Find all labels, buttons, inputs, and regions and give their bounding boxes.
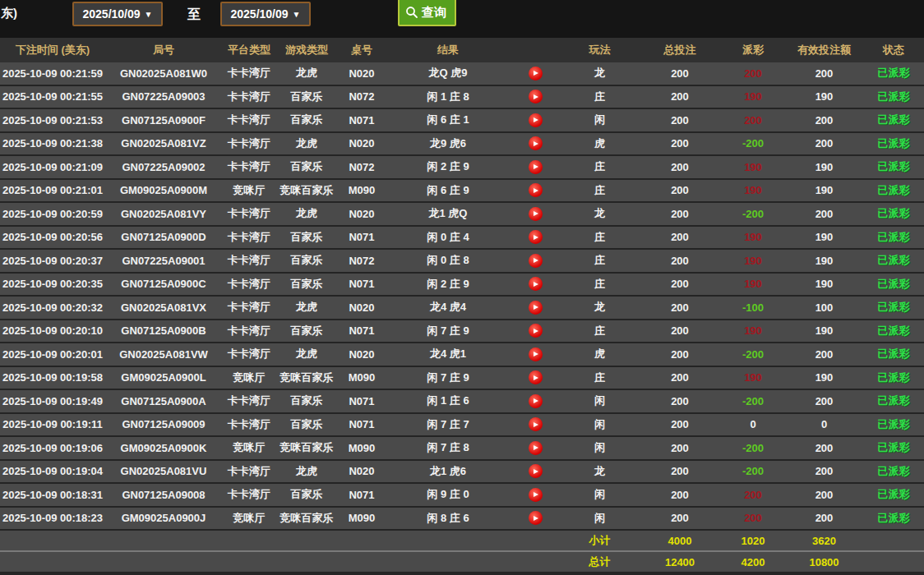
play-icon[interactable]	[529, 324, 543, 338]
play-icon[interactable]	[529, 417, 543, 431]
grand-total-total-bet: 12400	[639, 552, 721, 572]
play-icon[interactable]	[529, 301, 543, 315]
valid-bet-cell: 190	[785, 367, 863, 389]
payout-cell: -200	[721, 343, 785, 366]
chevron-down-icon: ▼	[145, 10, 153, 19]
play-icon[interactable]	[529, 207, 543, 221]
platform-cell: 卡卡湾厅	[222, 320, 276, 343]
valid-bet-cell: 200	[785, 390, 863, 412]
bet-time-cell: 2025-10-09 00:20:01	[0, 343, 105, 366]
status-badge: 已派彩	[863, 414, 924, 436]
game-type-cell: 百家乐	[276, 250, 337, 272]
total-bet-cell: 200	[639, 484, 721, 506]
result-cell: 闲 6 庄 9	[386, 180, 510, 202]
play-icon[interactable]	[529, 183, 543, 197]
bet-type-cell: 庄	[561, 86, 639, 108]
valid-bet-cell: 0	[785, 414, 863, 436]
payout-cell: -200	[721, 390, 785, 412]
status-badge: 已派彩	[863, 367, 924, 389]
partial-label: 东)	[1, 6, 17, 21]
play-icon[interactable]	[529, 394, 543, 408]
total-bet-cell: 200	[639, 390, 721, 412]
subtotal-row: 小计 4000 1020 3620	[0, 531, 924, 552]
game-type-cell: 龙虎	[276, 461, 337, 483]
result-cell: 闲 7 庄 8	[386, 437, 510, 459]
total-bet-cell: 200	[639, 133, 721, 155]
table-no-cell: N020	[337, 461, 386, 483]
platform-cell: 卡卡湾厅	[222, 343, 276, 366]
table-row: 2025-10-09 00:20:01 GN02025A081VW 卡卡湾厅 龙…	[0, 343, 924, 367]
column-header: 派彩	[721, 38, 785, 62]
play-icon[interactable]	[529, 254, 543, 268]
total-bet-cell: 200	[639, 62, 721, 85]
play-icon[interactable]	[529, 441, 543, 455]
round-id-cell: GN07125A0900B	[105, 320, 222, 343]
bet-type-cell: 龙	[561, 461, 639, 483]
table-row: 2025-10-09 00:19:58 GM09025A0900L 竞咪厅 竞咪…	[0, 367, 924, 391]
table-no-cell: N020	[337, 203, 386, 225]
round-id-cell: GN02025A081VY	[105, 203, 222, 225]
bet-type-cell: 闲	[561, 484, 639, 506]
round-id-cell: GN02025A081VU	[105, 461, 222, 483]
total-bet-cell: 200	[639, 274, 721, 296]
date-from-picker[interactable]: 2025/10/09 ▼	[72, 2, 163, 26]
play-icon[interactable]	[529, 464, 543, 478]
status-badge: 已派彩	[863, 227, 924, 249]
bet-time-cell: 2025-10-09 00:20:56	[0, 227, 105, 249]
platform-cell: 卡卡湾厅	[222, 156, 276, 178]
valid-bet-cell: 200	[785, 133, 863, 155]
valid-bet-cell: 190	[785, 320, 863, 343]
total-bet-cell: 200	[639, 320, 721, 343]
game-type-cell: 百家乐	[276, 414, 337, 436]
bet-time-cell: 2025-10-09 00:21:01	[0, 180, 105, 202]
column-header: 局号	[105, 38, 222, 62]
payout-cell: 190	[721, 86, 785, 108]
table-row: 2025-10-09 00:20:10 GN07125A0900B 卡卡湾厅 百…	[0, 320, 924, 344]
status-badge: 已派彩	[863, 390, 924, 412]
play-icon[interactable]	[529, 67, 543, 80]
bet-type-cell: 闲	[561, 414, 639, 436]
status-badge: 已派彩	[863, 133, 924, 155]
result-cell: 闲 7 庄 9	[386, 367, 510, 389]
valid-bet-cell: 200	[785, 484, 863, 506]
query-button-label: 查询	[422, 5, 446, 21]
grand-total-row: 总计 12400 4200 10800	[0, 552, 924, 572]
bet-type-cell: 虎	[561, 133, 639, 155]
valid-bet-cell: 200	[785, 508, 863, 530]
payout-cell: 200	[721, 508, 785, 530]
platform-cell: 竞咪厅	[222, 367, 276, 389]
table-no-cell: N071	[337, 390, 386, 412]
query-button[interactable]: 查询	[398, 0, 456, 26]
play-icon[interactable]	[529, 277, 543, 291]
status-badge: 已派彩	[863, 437, 924, 459]
valid-bet-cell: 200	[785, 343, 863, 366]
play-icon[interactable]	[529, 136, 543, 150]
game-type-cell: 竞咪百家乐	[276, 508, 337, 530]
payout-cell: 190	[721, 250, 785, 272]
column-header: 游戏类型	[276, 38, 337, 62]
column-header	[510, 38, 561, 62]
date-to-picker[interactable]: 2025/10/09 ▼	[220, 2, 311, 26]
column-header: 桌号	[337, 38, 386, 62]
play-icon[interactable]	[529, 488, 543, 502]
play-icon[interactable]	[529, 230, 543, 244]
bet-time-cell: 2025-10-09 00:20:35	[0, 274, 105, 296]
column-header: 结果	[386, 38, 510, 62]
play-icon[interactable]	[529, 347, 543, 361]
play-icon[interactable]	[529, 511, 543, 525]
play-icon[interactable]	[529, 160, 543, 174]
table-body: 2025-10-09 00:21:59 GN02025A081W0 卡卡湾厅 龙…	[0, 62, 924, 531]
result-cell: 闲 1 庄 6	[386, 390, 510, 412]
play-icon[interactable]	[529, 370, 543, 384]
round-id-cell: GN07225A09003	[105, 86, 222, 108]
table-no-cell: N071	[337, 484, 386, 506]
date-from-value: 2025/10/09	[83, 7, 141, 21]
column-header: 状态	[863, 38, 924, 62]
table-no-cell: N072	[337, 156, 386, 178]
valid-bet-cell: 190	[785, 180, 863, 202]
table-row: 2025-10-09 00:18:31 GN07125A09008 卡卡湾厅 百…	[0, 484, 924, 508]
result-cell: 闲 6 庄 1	[386, 109, 510, 131]
play-icon[interactable]	[529, 113, 543, 127]
round-id-cell: GM09025A0900M	[105, 180, 222, 202]
play-icon[interactable]	[529, 90, 543, 104]
